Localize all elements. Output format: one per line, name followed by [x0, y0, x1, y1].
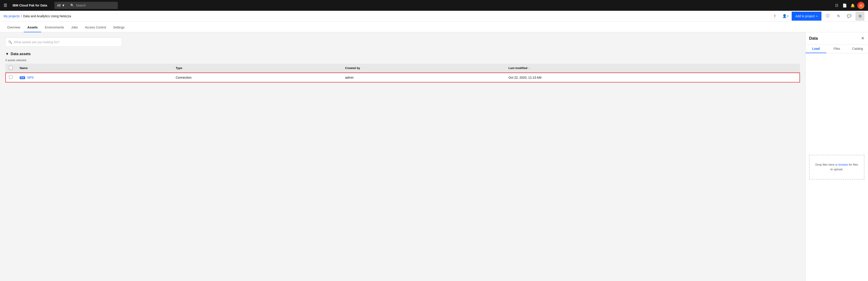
table-row: IBM NPS Connection admin Oct 22, 2020, 1… — [5, 73, 800, 82]
col-created-by: Created by — [342, 64, 505, 73]
plus-icon: + — [816, 15, 818, 18]
row-name-cell: IBM NPS — [16, 73, 172, 82]
data-panel-header: Data ✕ — [806, 32, 868, 45]
tab-settings[interactable]: Settings — [110, 23, 128, 32]
search-dropdown[interactable]: All ▼ — [54, 2, 68, 9]
apps-icon: ☷ — [835, 3, 838, 8]
add-to-project-button[interactable]: Add to project + — [792, 12, 822, 21]
search-bar[interactable]: 🔍 — [68, 2, 118, 9]
breadcrumb-bar: My projects / Data and Anallytics Using … — [0, 11, 868, 22]
chevron-down-icon: ▼ — [62, 4, 65, 7]
user-avatar[interactable]: 21 — [857, 2, 864, 9]
grid-icon: ⊞ — [859, 14, 862, 18]
breadcrumb-separator: / — [21, 15, 22, 18]
add-collaborator-btn[interactable]: 👤+ — [781, 12, 790, 21]
chat-icon-btn[interactable]: 💬 — [845, 12, 854, 21]
info-icon: ⓘ — [826, 14, 830, 18]
top-navigation: ☰ IBM Cloud Pak for Data All ▼ 🔍 ☷ 📄 🔔 2… — [0, 0, 868, 11]
nav-icons: ☷ 📄 🔔 21 — [833, 2, 864, 9]
data-panel: Data ✕ Load Files Catalog Drop files her… — [805, 32, 868, 281]
app-title: IBM Cloud Pak for Data — [12, 4, 47, 7]
upload-icon: ⇧ — [773, 14, 776, 18]
data-panel-title: Data — [809, 36, 818, 41]
document-icon: 📄 — [842, 3, 847, 8]
close-icon[interactable]: ✕ — [861, 36, 864, 41]
dropdown-label: All — [57, 4, 61, 7]
data-panel-tabs: Load Files Catalog — [806, 45, 868, 53]
search-icon: 🔍 — [8, 40, 12, 44]
section-title: Data assets — [11, 52, 31, 56]
tab-access-control[interactable]: Access Control — [81, 23, 110, 32]
tab-assets[interactable]: Assets — [24, 23, 41, 32]
breadcrumb-parent-link[interactable]: My projects — [4, 15, 20, 18]
tab-overview[interactable]: Overview — [4, 23, 24, 32]
assets-search-input[interactable] — [14, 40, 119, 44]
breadcrumb-current: Data and Anallytics Using Netezza — [23, 15, 71, 18]
breadcrumb: My projects / Data and Anallytics Using … — [4, 15, 71, 18]
tab-environments[interactable]: Environments — [41, 23, 68, 32]
assets-count: 0 assets selected. — [5, 59, 800, 62]
upload-icon-btn[interactable]: ⇧ — [770, 12, 779, 21]
ibm-badge: IBM — [20, 77, 25, 79]
col-name: Name — [16, 64, 172, 73]
chat-icon: 💬 — [847, 14, 851, 18]
search-icon: 🔍 — [70, 4, 74, 7]
tabs-bar: Overview Assets Environments Jobs Access… — [0, 22, 868, 32]
assets-panel: 🔍 ▼ Data assets 0 assets selected. Name — [0, 32, 805, 281]
info-icon-btn[interactable]: ⓘ — [823, 12, 832, 21]
person-add-icon: 👤+ — [782, 14, 789, 18]
row-checkbox-cell — [5, 73, 16, 82]
data-tab-load[interactable]: Load — [806, 45, 826, 53]
select-all-col — [5, 64, 16, 73]
table-header-row: Name Type Created by Last modified ↓ — [5, 64, 800, 73]
tab-jobs[interactable]: Jobs — [68, 23, 82, 32]
assets-table: Name Type Created by Last modified ↓ — [5, 64, 800, 82]
avatar-badge: 21 — [860, 4, 862, 7]
grid-view-btn[interactable]: ⊞ — [856, 12, 864, 21]
apps-icon-btn[interactable]: ☷ — [833, 2, 840, 9]
sort-icon: ↓ — [528, 66, 530, 70]
row-last-modified-cell: Oct 22, 2020, 11:13 AM — [505, 73, 800, 82]
data-panel-body: Drop files here or browse for files to u… — [806, 53, 868, 281]
data-tab-catalog[interactable]: Catalog — [847, 45, 868, 53]
col-last-modified[interactable]: Last modified ↓ — [505, 64, 800, 73]
menu-icon[interactable]: ☰ — [4, 3, 7, 8]
bell-icon: 🔔 — [850, 3, 855, 8]
history-icon-btn[interactable]: ↻ — [834, 12, 843, 21]
history-icon: ↻ — [837, 14, 840, 18]
row-type-cell: Connection — [172, 73, 342, 82]
bell-icon-btn[interactable]: 🔔 — [849, 2, 856, 9]
main-layout: 🔍 ▼ Data assets 0 assets selected. Name — [0, 32, 868, 281]
col-type: Type — [172, 64, 342, 73]
section-header: ▼ Data assets — [5, 52, 800, 56]
row-checkbox[interactable] — [9, 75, 12, 79]
add-to-project-label: Add to project — [795, 15, 814, 18]
upload-text-1: Drop files here or — [815, 163, 838, 166]
document-icon-btn[interactable]: 📄 — [841, 2, 848, 9]
search-input[interactable] — [76, 4, 115, 7]
data-tab-files[interactable]: Files — [826, 45, 847, 53]
select-all-checkbox[interactable] — [9, 66, 12, 69]
upload-zone: Drop files here or browse for files to u… — [809, 155, 864, 179]
asset-name-link[interactable]: NPS — [27, 76, 34, 79]
browse-link[interactable]: browse — [838, 163, 848, 166]
row-created-by-cell: admin — [342, 73, 505, 82]
section-toggle-icon[interactable]: ▼ — [5, 52, 9, 56]
assets-search-bar[interactable]: 🔍 — [5, 38, 122, 47]
breadcrumb-actions: ⇧ 👤+ Add to project + ⓘ ↻ 💬 ⊞ — [770, 12, 864, 21]
